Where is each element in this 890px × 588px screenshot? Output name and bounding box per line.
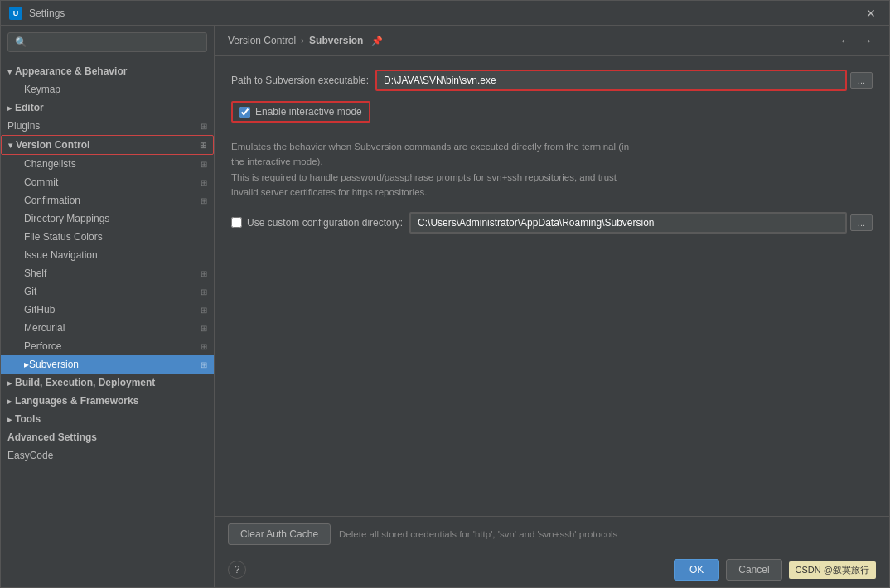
watermark: CSDN @叙寞旅行 (789, 561, 876, 579)
item-icon: ⊞ (201, 287, 207, 296)
title-bar: U Settings ✕ (1, 1, 889, 26)
help-button[interactable]: ? (228, 561, 246, 579)
pin-icon: 📌 (371, 36, 383, 46)
search-icon: 🔍 (15, 36, 27, 48)
sidebar-item-label: Mercurial (24, 322, 65, 334)
item-icon: ⊞ (201, 196, 207, 205)
breadcrumb-separator: › (301, 35, 304, 46)
cancel-button[interactable]: Cancel (726, 559, 781, 581)
sidebar-item-version-control[interactable]: ▾ Version Control ⊞ (1, 135, 214, 155)
sidebar-item-label: Directory Mappings (24, 213, 109, 224)
breadcrumb-root: Version Control (228, 35, 296, 46)
interactive-mode-row[interactable]: Enable interactive mode (231, 101, 370, 123)
sidebar-item-changelists[interactable]: Changelists ⊞ (1, 155, 214, 173)
close-button[interactable]: ✕ (861, 5, 881, 22)
custom-config-input[interactable] (409, 212, 847, 234)
breadcrumb-current: Subversion (309, 35, 363, 46)
sidebar-item-file-status-colors[interactable]: File Status Colors (1, 228, 214, 246)
sidebar-item-mercurial[interactable]: Mercurial ⊞ (1, 319, 214, 337)
chevron-right-icon: ▸ (7, 415, 12, 424)
description-text: Emulates the behavior when Subversion co… (231, 139, 873, 200)
chevron-down-icon: ▾ (8, 141, 12, 150)
back-button[interactable]: ← (836, 34, 854, 47)
sidebar-item-label: Perforce (24, 340, 61, 352)
path-row: Path to Subversion executable: ... (231, 70, 873, 91)
app-icon: U (9, 7, 22, 20)
item-icon: ⊞ (201, 269, 207, 278)
sidebar-item-subversion[interactable]: ▸ Subversion ⊞ (1, 355, 214, 374)
sidebar-item-label: Keymap (24, 84, 60, 95)
sidebar-item-advanced-settings[interactable]: Advanced Settings (1, 428, 214, 446)
interactive-mode-container: Enable interactive mode (231, 101, 873, 131)
sidebar-item-shelf[interactable]: Shelf ⊞ (1, 264, 214, 282)
item-icon: ⊞ (201, 324, 207, 333)
sidebar-item-appearance[interactable]: ▾ Appearance & Behavior (1, 62, 214, 80)
sidebar-item-issue-navigation[interactable]: Issue Navigation (1, 246, 214, 264)
clear-auth-cache-button[interactable]: Clear Auth Cache (228, 523, 331, 545)
sidebar-item-label: File Status Colors (24, 231, 103, 243)
settings-icon: ⊞ (200, 141, 206, 150)
sidebar: 🔍 ▾ Appearance & Behavior Keymap ▸ Edito… (1, 26, 215, 587)
sidebar-item-label: Commit (24, 176, 58, 188)
sidebar-item-label: Version Control (16, 139, 89, 151)
path-input[interactable] (375, 70, 847, 91)
sidebar-item-directory-mappings[interactable]: Directory Mappings (1, 210, 214, 228)
search-input[interactable] (31, 36, 200, 48)
sidebar-item-easycode[interactable]: EasyCode (1, 446, 214, 465)
sidebar-item-confirmation[interactable]: Confirmation ⊞ (1, 191, 214, 210)
sidebar-item-tools[interactable]: ▸ Tools (1, 410, 214, 428)
item-icon: ⊞ (201, 306, 207, 315)
chevron-down-icon: ▾ (7, 67, 12, 76)
sidebar-item-label: Build, Execution, Deployment (15, 377, 155, 388)
sidebar-item-git[interactable]: Git ⊞ (1, 282, 214, 301)
sidebar-item-label: Appearance & Behavior (15, 65, 127, 77)
sidebar-item-label: Advanced Settings (7, 431, 97, 443)
sidebar-item-keymap[interactable]: Keymap (1, 80, 214, 99)
settings-window: U Settings ✕ 🔍 ▾ Appearance & Behavior K… (0, 0, 890, 588)
plugin-icon: ⊞ (201, 122, 207, 131)
search-box[interactable]: 🔍 (7, 32, 207, 52)
browse-button[interactable]: ... (850, 72, 873, 89)
sidebar-item-label: GitHub (24, 304, 55, 316)
window-title: Settings (29, 7, 861, 19)
chevron-right-icon: ▸ (7, 397, 12, 406)
bottom-bar: Clear Auth Cache Delete all stored crede… (215, 516, 889, 552)
chevron-right-icon: ▸ (7, 104, 12, 113)
custom-config-checkbox-label[interactable]: Use custom configuration directory: (231, 217, 403, 229)
custom-config-label: Use custom configuration directory: (247, 217, 403, 229)
sidebar-item-label: Shelf (24, 267, 46, 279)
breadcrumb: Version Control › Subversion 📌 ← → (215, 26, 889, 56)
sidebar-item-languages[interactable]: ▸ Languages & Frameworks (1, 392, 214, 410)
custom-config-browse-button[interactable]: ... (850, 214, 873, 231)
item-icon: ⊞ (201, 178, 207, 187)
main-panel: Version Control › Subversion 📌 ← → Path … (215, 26, 889, 587)
sidebar-item-label: Editor (15, 102, 44, 113)
sidebar-item-label: Tools (15, 413, 41, 425)
interactive-mode-label: Enable interactive mode (255, 106, 362, 118)
sidebar-item-label: Issue Navigation (24, 249, 98, 261)
main-content: 🔍 ▾ Appearance & Behavior Keymap ▸ Edito… (1, 26, 889, 587)
custom-config-row: Use custom configuration directory: ... (231, 212, 873, 234)
sidebar-item-commit[interactable]: Commit ⊞ (1, 173, 214, 191)
custom-config-checkbox[interactable] (231, 217, 242, 228)
settings-content: Path to Subversion executable: ... Enabl… (215, 56, 889, 516)
forward-button[interactable]: → (858, 34, 876, 47)
sidebar-item-label: Changelists (24, 158, 76, 170)
sidebar-item-label: Git (24, 286, 36, 297)
item-icon: ⊞ (201, 160, 207, 169)
item-icon: ⊞ (201, 360, 207, 369)
custom-config-input-container: ... (409, 212, 873, 234)
sidebar-item-perforce[interactable]: Perforce ⊞ (1, 337, 214, 355)
sidebar-item-github[interactable]: GitHub ⊞ (1, 301, 214, 319)
sidebar-item-plugins[interactable]: Plugins ⊞ (1, 117, 214, 135)
sidebar-item-editor[interactable]: ▸ Editor (1, 99, 214, 117)
path-input-container: ... (375, 70, 873, 91)
breadcrumb-nav: ← → (836, 34, 876, 47)
sidebar-item-label: Plugins (7, 120, 40, 132)
sidebar-item-label: Subversion (29, 359, 79, 370)
sidebar-item-label: Confirmation (24, 195, 80, 206)
sidebar-item-build-execution[interactable]: ▸ Build, Execution, Deployment (1, 374, 214, 392)
footer-left: ? (228, 561, 246, 579)
interactive-mode-checkbox[interactable] (239, 107, 250, 118)
ok-button[interactable]: OK (674, 559, 719, 581)
